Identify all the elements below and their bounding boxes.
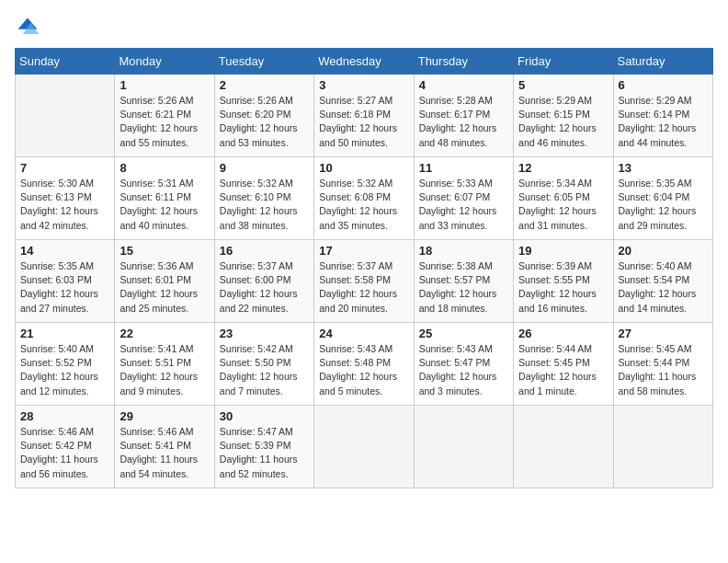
day-number: 16 [220, 244, 309, 258]
calendar-day-header: Friday [514, 49, 613, 75]
day-detail: Sunrise: 5:35 AMSunset: 6:03 PMDaylight:… [20, 259, 109, 316]
day-number: 4 [419, 78, 508, 92]
calendar-cell: 1Sunrise: 5:26 AMSunset: 6:21 PMDaylight… [115, 75, 214, 157]
calendar-cell: 18Sunrise: 5:38 AMSunset: 5:57 PMDayligh… [414, 240, 513, 323]
calendar-cell: 28Sunrise: 5:46 AMSunset: 5:42 PMDayligh… [16, 406, 115, 488]
day-number: 1 [119, 78, 209, 92]
day-number: 29 [119, 409, 209, 423]
calendar-day-header: Sunday [16, 49, 115, 75]
calendar-cell: 17Sunrise: 5:37 AMSunset: 5:58 PMDayligh… [314, 240, 414, 323]
day-detail: Sunrise: 5:40 AMSunset: 5:52 PMDaylight:… [20, 342, 109, 398]
day-detail: Sunrise: 5:42 AMSunset: 5:50 PMDaylight:… [220, 342, 309, 398]
calendar-cell: 15Sunrise: 5:36 AMSunset: 6:01 PMDayligh… [115, 240, 214, 323]
calendar-cell: 2Sunrise: 5:26 AMSunset: 6:20 PMDaylight… [214, 75, 313, 157]
day-detail: Sunrise: 5:29 AMSunset: 6:14 PMDaylight:… [619, 94, 708, 150]
calendar-cell: 7Sunrise: 5:30 AMSunset: 6:13 PMDaylight… [16, 157, 115, 240]
calendar-cell: 22Sunrise: 5:41 AMSunset: 5:51 PMDayligh… [115, 323, 214, 406]
day-detail: Sunrise: 5:39 AMSunset: 5:55 PMDaylight:… [518, 259, 608, 316]
calendar-week-row: 7Sunrise: 5:30 AMSunset: 6:13 PMDaylight… [16, 157, 713, 240]
day-number: 21 [20, 327, 109, 340]
day-detail: Sunrise: 5:32 AMSunset: 6:10 PMDaylight:… [220, 177, 309, 233]
day-detail: Sunrise: 5:46 AMSunset: 5:41 PMDaylight:… [119, 425, 209, 481]
calendar-cell: 8Sunrise: 5:31 AMSunset: 6:11 PMDaylight… [115, 157, 214, 240]
calendar-week-row: 28Sunrise: 5:46 AMSunset: 5:42 PMDayligh… [16, 406, 713, 488]
day-number: 19 [518, 244, 608, 258]
day-number: 27 [619, 327, 708, 340]
calendar-cell: 5Sunrise: 5:29 AMSunset: 6:15 PMDaylight… [514, 75, 613, 157]
calendar-cell: 12Sunrise: 5:34 AMSunset: 6:05 PMDayligh… [514, 157, 613, 240]
day-detail: Sunrise: 5:37 AMSunset: 6:00 PMDaylight:… [220, 259, 309, 316]
calendar-header-row: SundayMondayTuesdayWednesdayThursdayFrid… [16, 49, 713, 75]
day-number: 20 [619, 244, 708, 258]
day-number: 23 [220, 327, 309, 340]
calendar-cell [414, 406, 513, 488]
day-detail: Sunrise: 5:32 AMSunset: 6:08 PMDaylight:… [319, 177, 408, 233]
day-number: 8 [119, 161, 209, 175]
day-number: 26 [518, 327, 608, 340]
day-number: 2 [220, 78, 309, 92]
calendar-week-row: 1Sunrise: 5:26 AMSunset: 6:21 PMDaylight… [16, 75, 713, 157]
day-number: 17 [319, 244, 408, 258]
calendar-cell: 27Sunrise: 5:45 AMSunset: 5:44 PMDayligh… [613, 323, 712, 406]
day-number: 3 [319, 78, 408, 92]
calendar-cell: 19Sunrise: 5:39 AMSunset: 5:55 PMDayligh… [514, 240, 613, 323]
day-detail: Sunrise: 5:45 AMSunset: 5:44 PMDaylight:… [619, 342, 708, 398]
day-detail: Sunrise: 5:38 AMSunset: 5:57 PMDaylight:… [419, 259, 508, 316]
calendar-day-header: Tuesday [214, 49, 313, 75]
page-header [15, 15, 713, 40]
calendar-cell: 6Sunrise: 5:29 AMSunset: 6:14 PMDaylight… [613, 75, 712, 157]
day-detail: Sunrise: 5:47 AMSunset: 5:39 PMDaylight:… [220, 425, 309, 481]
day-detail: Sunrise: 5:41 AMSunset: 5:51 PMDaylight:… [119, 342, 209, 398]
calendar-day-header: Thursday [414, 49, 513, 75]
day-number: 5 [518, 78, 608, 92]
day-detail: Sunrise: 5:33 AMSunset: 6:07 PMDaylight:… [419, 177, 508, 233]
calendar-cell [613, 406, 712, 488]
day-number: 13 [619, 161, 708, 175]
day-detail: Sunrise: 5:34 AMSunset: 6:05 PMDaylight:… [518, 177, 608, 233]
calendar-cell: 4Sunrise: 5:28 AMSunset: 6:17 PMDaylight… [414, 75, 513, 157]
day-detail: Sunrise: 5:43 AMSunset: 5:48 PMDaylight:… [319, 342, 408, 398]
day-detail: Sunrise: 5:26 AMSunset: 6:21 PMDaylight:… [119, 94, 209, 150]
day-number: 7 [20, 161, 109, 175]
day-detail: Sunrise: 5:30 AMSunset: 6:13 PMDaylight:… [20, 177, 109, 233]
calendar-cell: 13Sunrise: 5:35 AMSunset: 6:04 PMDayligh… [613, 157, 712, 240]
day-detail: Sunrise: 5:37 AMSunset: 5:58 PMDaylight:… [319, 259, 408, 316]
day-number: 6 [619, 78, 708, 92]
calendar-cell: 20Sunrise: 5:40 AMSunset: 5:54 PMDayligh… [613, 240, 712, 323]
day-number: 12 [518, 161, 608, 175]
calendar-week-row: 14Sunrise: 5:35 AMSunset: 6:03 PMDayligh… [16, 240, 713, 323]
calendar-cell: 9Sunrise: 5:32 AMSunset: 6:10 PMDaylight… [214, 157, 313, 240]
day-number: 24 [319, 327, 408, 340]
calendar-cell: 21Sunrise: 5:40 AMSunset: 5:52 PMDayligh… [16, 323, 115, 406]
calendar-cell: 30Sunrise: 5:47 AMSunset: 5:39 PMDayligh… [214, 406, 313, 488]
calendar-day-header: Saturday [613, 49, 712, 75]
day-detail: Sunrise: 5:26 AMSunset: 6:20 PMDaylight:… [220, 94, 309, 150]
day-detail: Sunrise: 5:46 AMSunset: 5:42 PMDaylight:… [20, 425, 109, 481]
day-number: 25 [419, 327, 508, 340]
calendar-cell: 11Sunrise: 5:33 AMSunset: 6:07 PMDayligh… [414, 157, 513, 240]
calendar-cell: 26Sunrise: 5:44 AMSunset: 5:45 PMDayligh… [514, 323, 613, 406]
day-number: 30 [220, 409, 309, 423]
calendar-cell: 25Sunrise: 5:43 AMSunset: 5:47 PMDayligh… [414, 323, 513, 406]
day-number: 14 [20, 244, 109, 258]
calendar-cell: 3Sunrise: 5:27 AMSunset: 6:18 PMDaylight… [314, 75, 414, 157]
day-detail: Sunrise: 5:31 AMSunset: 6:11 PMDaylight:… [119, 177, 209, 233]
calendar-day-header: Wednesday [314, 49, 414, 75]
calendar-cell [16, 75, 115, 157]
calendar-cell: 14Sunrise: 5:35 AMSunset: 6:03 PMDayligh… [16, 240, 115, 323]
day-detail: Sunrise: 5:27 AMSunset: 6:18 PMDaylight:… [319, 94, 408, 150]
calendar-cell: 29Sunrise: 5:46 AMSunset: 5:41 PMDayligh… [115, 406, 214, 488]
day-number: 9 [220, 161, 309, 175]
calendar-cell [514, 406, 613, 488]
day-number: 18 [419, 244, 508, 258]
day-detail: Sunrise: 5:28 AMSunset: 6:17 PMDaylight:… [419, 94, 508, 150]
day-detail: Sunrise: 5:35 AMSunset: 6:04 PMDaylight:… [619, 177, 708, 233]
calendar-cell: 23Sunrise: 5:42 AMSunset: 5:50 PMDayligh… [214, 323, 313, 406]
day-detail: Sunrise: 5:36 AMSunset: 6:01 PMDaylight:… [119, 259, 209, 316]
day-number: 15 [119, 244, 209, 258]
day-detail: Sunrise: 5:43 AMSunset: 5:47 PMDaylight:… [419, 342, 508, 398]
calendar-table: SundayMondayTuesdayWednesdayThursdayFrid… [15, 48, 713, 488]
logo-icon [15, 15, 40, 40]
day-detail: Sunrise: 5:40 AMSunset: 5:54 PMDaylight:… [619, 259, 708, 316]
day-number: 11 [419, 161, 508, 175]
